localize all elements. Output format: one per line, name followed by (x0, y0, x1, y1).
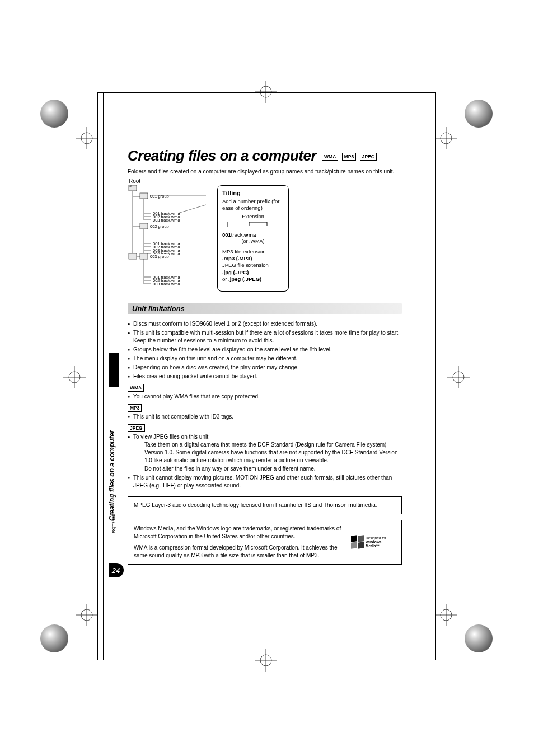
limit-item: This unit is not compatible with ID3 tag… (128, 413, 402, 421)
wm-para1: Windows Media, and the Windows logo are … (134, 525, 345, 541)
format-tag-jpeg: JPEG (360, 153, 377, 161)
svg-line-48 (178, 205, 206, 213)
register-mark (435, 127, 457, 149)
limit-item: To view JPEG files on this unit: Take th… (128, 433, 402, 473)
limit-item: You cannot play WMA files that are copy … (128, 393, 402, 401)
fn-mid: track (231, 232, 243, 238)
wma-limitations: You cannot play WMA files that are copy … (128, 393, 402, 401)
windows-media-logo: Designed for Windows Media™ (351, 531, 396, 553)
format-tag-wma: WMA (322, 153, 338, 161)
intro-text: Folders and files created on a computer … (128, 168, 402, 176)
limit-item: This unit is compatible with multi-sessi… (128, 329, 402, 345)
tree-g3-f3: 003 track.wma (153, 281, 180, 287)
limit-subitem: Do not alter the files in any way or sav… (139, 465, 402, 473)
wm-text: Windows Media, and the Windows logo are … (134, 525, 345, 560)
mp3-ext: .mp3 (.MP3) (222, 255, 252, 261)
jpg-ext: .jpg (.JPG) (222, 269, 249, 275)
wm-logo-l3: Media™ (366, 544, 386, 548)
root-label: Root (129, 178, 402, 184)
page-number: 24 (109, 563, 124, 577)
fn-prefix: 001 (222, 232, 231, 238)
register-mark (76, 127, 98, 149)
folder-tree: 001 group 001 track.wma 002 track.wma 00… (128, 185, 212, 292)
svg-rect-33 (140, 223, 148, 229)
titling-heading: Titling (222, 189, 284, 197)
wm-logo-text: Designed for Windows Media™ (366, 536, 386, 548)
svg-rect-42 (140, 253, 148, 259)
limit-item: This unit cannot display moving pictures… (128, 474, 402, 490)
windows-flag-icon (351, 536, 364, 549)
page-title: Creating files on a computer (128, 147, 316, 165)
jpeg-ext: .jpeg (.JPEG) (228, 276, 261, 282)
jpeg-intro: To view JPEG files on this unit: (133, 434, 210, 440)
limit-subitem: Take them on a digital camera that meets… (139, 441, 402, 464)
fn-alt: (or .WMA) (222, 238, 284, 245)
crop-sphere (40, 100, 68, 128)
extension-arrows (222, 220, 284, 228)
wma-subhead: WMA (128, 384, 144, 392)
mp3-subhead: MP3 (128, 404, 142, 412)
register-mark (76, 604, 98, 626)
doc-id: RQT7482 (111, 514, 116, 533)
diagram: 001 group 001 track.wma 002 track.wma 00… (128, 185, 402, 292)
limit-item: Depending on how a disc was created, the… (128, 364, 402, 372)
page-content: Creating files on a computer WMA MP3 JPE… (128, 147, 402, 565)
jpeg-sublist: Take them on a digital camera that meets… (133, 441, 402, 473)
crop-sphere (40, 624, 68, 652)
tree-g1-f3: 003 track.wma (153, 218, 180, 223)
tree-g2: 002 group (150, 224, 169, 229)
extension-label: Extension (222, 214, 284, 220)
mp3-limitations: This unit is not compatible with ID3 tag… (128, 413, 402, 421)
mp3-label: MP3 file extension (222, 248, 284, 255)
limit-item: Files created using packet write cannot … (128, 373, 402, 381)
jpeg-label: JPEG file extension (222, 262, 284, 269)
wm-logo-l1: Designed for (366, 536, 386, 540)
side-tab-marker (109, 353, 119, 387)
register-mark (63, 366, 86, 388)
trim-box-inner (103, 92, 104, 660)
tree-g3: 003 group (150, 254, 169, 259)
windows-media-notice: Windows Media, and the Windows logo are … (128, 520, 402, 565)
limit-item: Groups below the 8th tree level are disp… (128, 346, 402, 354)
filename-example: 001track.wma (222, 232, 284, 238)
crop-sphere (465, 100, 493, 128)
general-limitations: Discs must conform to ISO9660 level 1 or… (128, 320, 402, 381)
mpeg-notice: MPEG Layer-3 audio decoding technology l… (128, 496, 402, 514)
side-tab: Creating files on a computer (109, 353, 119, 521)
titling-box: Titling Add a number prefix (for ease of… (217, 185, 289, 292)
or-text: or (222, 276, 228, 282)
svg-rect-24 (129, 185, 137, 191)
section-header: Unit limitations (128, 303, 402, 314)
wm-para2: WMA is a compression format developed by… (134, 544, 345, 560)
jpeg-limitations: To view JPEG files on this unit: Take th… (128, 433, 402, 490)
jpeg-or-line: or .jpeg (.JPEG) (222, 276, 284, 283)
limit-item: The menu display on this unit and on a c… (128, 355, 402, 363)
limit-item: Discs must conform to ISO9660 level 1 or… (128, 320, 402, 328)
svg-rect-40 (129, 253, 137, 259)
svg-rect-27 (140, 193, 148, 199)
format-tag-mp3: MP3 (342, 153, 356, 161)
title-row: Creating files on a computer WMA MP3 JPE… (128, 147, 402, 165)
register-mark (447, 366, 470, 388)
jpeg-subhead: JPEG (128, 424, 145, 432)
fn-ext: .wma (242, 232, 256, 238)
titling-line1: Add a number prefix (for ease of orderin… (222, 198, 284, 212)
tree-g1: 001 group (150, 194, 169, 199)
side-tab-label: Creating files on a computer (108, 387, 116, 521)
wm-logo-l2: Windows (366, 540, 386, 544)
register-mark (435, 604, 457, 626)
crop-sphere (465, 624, 493, 652)
